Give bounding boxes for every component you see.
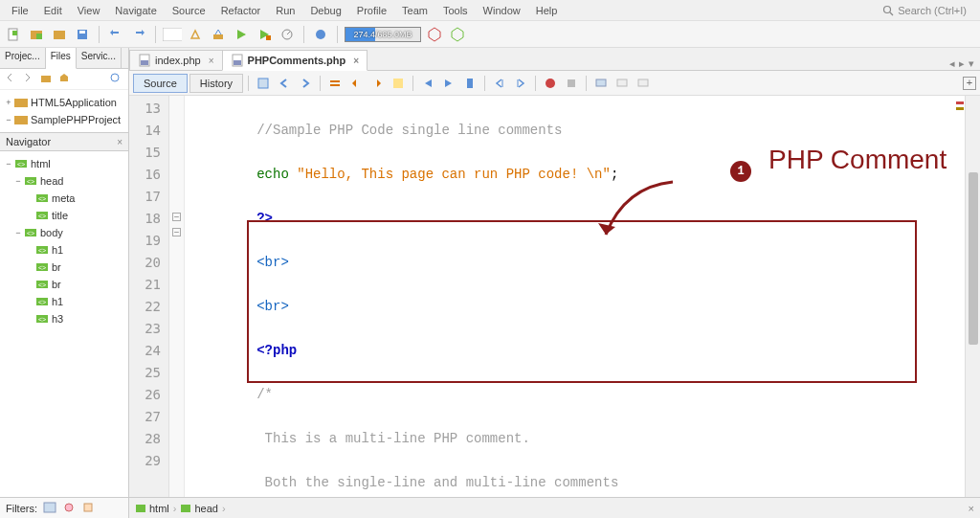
navigator-node[interactable]: −<>body <box>2 224 126 241</box>
project-node[interactable]: + HTML5Application <box>2 94 126 111</box>
project-node[interactable]: − SamplePHPProject <box>2 111 126 128</box>
add-editor-button[interactable]: + <box>963 77 976 90</box>
home-icon[interactable] <box>58 72 74 87</box>
find-next-icon[interactable] <box>368 74 387 93</box>
breadcrumb-item[interactable]: head <box>180 503 217 514</box>
scrollbar-thumb[interactable] <box>969 172 978 345</box>
navigator-node[interactable]: <>br <box>2 276 126 293</box>
close-icon[interactable]: × <box>117 137 122 147</box>
editor-toolbar: Source History + <box>129 71 980 96</box>
editor-tab-index[interactable]: index.php × <box>129 50 223 70</box>
files-tree: + HTML5Application − SamplePHPProject <box>0 90 128 132</box>
uncomment-icon[interactable] <box>612 74 632 93</box>
menu-file[interactable]: File <box>4 2 36 19</box>
navigator-node[interactable]: <>title <box>2 207 126 224</box>
menu-source[interactable]: Source <box>165 2 213 19</box>
code-editor[interactable]: 1314151617181920212223242526272829 − − /… <box>129 96 980 497</box>
navigator-node[interactable]: <>h1 <box>2 293 126 310</box>
scroll-right-icon[interactable]: ▸ <box>959 57 965 70</box>
last-edit-icon[interactable] <box>254 74 273 93</box>
svg-text:<>: <> <box>27 178 34 185</box>
code-content[interactable]: //Sample PHP Code single line comments e… <box>185 96 980 497</box>
debug-button[interactable] <box>255 25 274 44</box>
navigator-node[interactable]: <>br <box>2 259 126 276</box>
menu-tools[interactable]: Tools <box>435 2 476 19</box>
menu-navigate[interactable]: Navigate <box>107 2 164 19</box>
menu-run[interactable]: Run <box>268 2 302 19</box>
navigator-node[interactable]: <>meta <box>2 190 126 207</box>
memory-meter[interactable]: 274.4/685.0MB <box>345 27 421 42</box>
navigator-node[interactable]: <>h1 <box>2 241 126 259</box>
profile-button[interactable] <box>278 25 297 44</box>
svg-rect-45 <box>141 60 148 65</box>
comment-icon[interactable] <box>591 74 611 93</box>
navigator-node[interactable]: <>h3 <box>2 310 126 327</box>
profiler-button[interactable] <box>448 25 467 44</box>
gc-button[interactable] <box>425 25 444 44</box>
global-search[interactable]: Search (Ctrl+I) <box>882 5 976 16</box>
tab-services[interactable]: Servic... <box>77 48 122 68</box>
forward-icon[interactable] <box>22 72 37 87</box>
back-icon[interactable] <box>4 72 19 87</box>
filter-static-icon[interactable] <box>62 502 76 515</box>
tab-close-icon[interactable]: × <box>209 56 214 66</box>
fold-gutter: − − <box>169 96 185 497</box>
toggle-bookmark-icon[interactable] <box>460 74 479 93</box>
menu-team[interactable]: Team <box>394 2 435 19</box>
build-button[interactable] <box>186 25 205 44</box>
sync-icon[interactable] <box>109 72 124 87</box>
editor-tab-phpcomments[interactable]: PHPComments.php × <box>222 50 368 71</box>
filters-bar: Filters: <box>0 497 128 518</box>
svg-text:<>: <> <box>38 282 46 288</box>
browser-button[interactable] <box>311 25 330 44</box>
tab-list-icon[interactable]: ▾ <box>969 57 974 70</box>
source-view-button[interactable]: Source <box>133 74 188 93</box>
next-bookmark-icon[interactable] <box>439 74 458 93</box>
menu-debug[interactable]: Debug <box>302 2 348 19</box>
forward-icon[interactable] <box>296 74 315 93</box>
find-prev-icon[interactable] <box>346 74 366 93</box>
navigator-node[interactable]: −<>head <box>2 172 126 190</box>
prev-bookmark-icon[interactable] <box>418 74 437 93</box>
menu-profile[interactable]: Profile <box>349 2 394 19</box>
menu-help[interactable]: Help <box>528 2 566 19</box>
open-button[interactable] <box>50 25 69 44</box>
scroll-left-icon[interactable]: ◂ <box>949 57 955 70</box>
new-file-button[interactable] <box>4 25 23 44</box>
close-icon[interactable]: × <box>969 503 974 514</box>
filter-fields-icon[interactable] <box>43 502 56 515</box>
run-button[interactable] <box>232 25 251 44</box>
uncomment-icon2[interactable] <box>634 74 653 93</box>
up-icon[interactable] <box>40 72 56 87</box>
start-macro-icon[interactable] <box>541 74 560 93</box>
vertical-scrollbar[interactable] <box>965 96 980 497</box>
undo-button[interactable] <box>106 25 125 44</box>
clean-build-button[interactable] <box>209 25 228 44</box>
fold-toggle[interactable]: − <box>172 213 181 221</box>
menu-refactor[interactable]: Refactor <box>213 2 269 19</box>
fold-toggle[interactable]: − <box>172 228 181 236</box>
redo-button[interactable] <box>129 25 148 44</box>
menu-view[interactable]: View <box>70 2 108 19</box>
find-selection-icon[interactable] <box>325 74 345 93</box>
history-view-button[interactable]: History <box>189 74 243 93</box>
svg-rect-20 <box>14 116 28 124</box>
breadcrumb-item[interactable]: html <box>135 503 169 514</box>
shift-right-icon[interactable] <box>511 74 530 93</box>
filter-inherited-icon[interactable] <box>81 502 95 515</box>
back-icon[interactable] <box>275 74 294 93</box>
navigator-node[interactable]: −<>html <box>2 155 126 172</box>
tab-projects[interactable]: Projec... <box>0 48 46 68</box>
menu-window[interactable]: Window <box>476 2 528 19</box>
menu-edit[interactable]: Edit <box>36 2 70 19</box>
config-dropdown[interactable] <box>163 25 182 44</box>
new-project-button[interactable] <box>27 25 46 44</box>
tag-icon: <> <box>34 243 50 257</box>
svg-rect-3 <box>12 31 17 35</box>
toggle-highlight-icon[interactable] <box>389 74 408 93</box>
tab-close-icon[interactable]: × <box>353 56 359 66</box>
save-all-button[interactable] <box>73 25 92 44</box>
shift-left-icon[interactable] <box>490 74 509 93</box>
stop-macro-icon[interactable] <box>562 74 581 93</box>
tab-files[interactable]: Files <box>46 48 77 69</box>
